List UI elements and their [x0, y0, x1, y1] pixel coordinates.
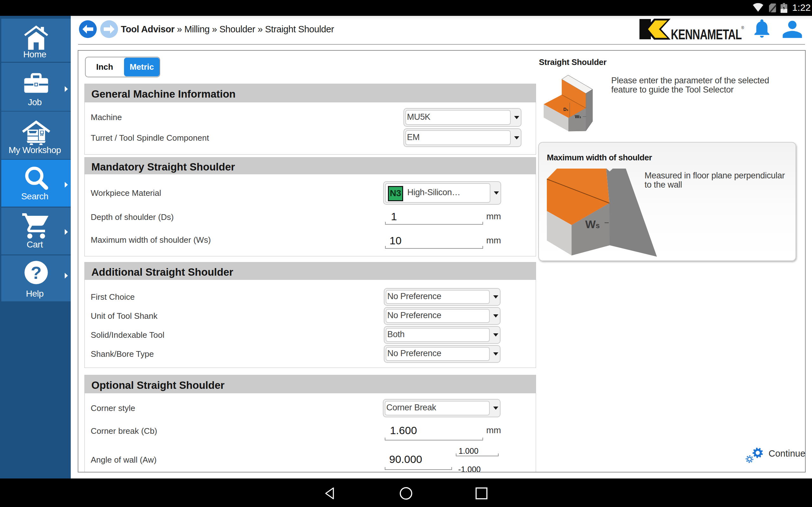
svg-text:?: ? — [31, 263, 42, 283]
svg-text:KENNAMETAL: KENNAMETAL — [671, 26, 742, 42]
svg-text:®: ® — [741, 26, 744, 30]
